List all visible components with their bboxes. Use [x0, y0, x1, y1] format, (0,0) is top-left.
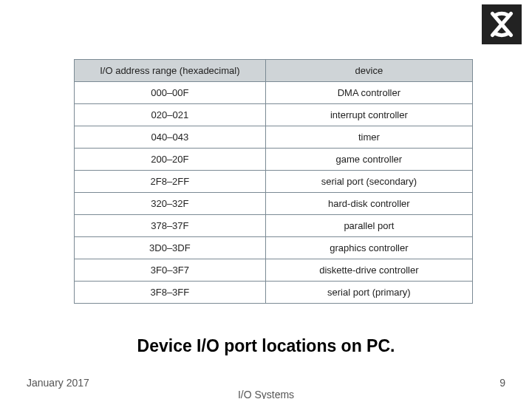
cell-device: timer: [265, 126, 472, 149]
cell-address: 020–021: [75, 104, 266, 126]
cell-device: DMA controller: [265, 82, 472, 104]
table-row: 3F0–3F7 diskette-drive controller: [75, 259, 473, 282]
table-header-row: I/O address range (hexadecimal) device: [75, 60, 473, 82]
cell-device: serial port (secondary): [265, 171, 472, 193]
footer-date: January 2017: [27, 377, 89, 389]
cell-device: parallel port: [265, 215, 472, 237]
table-row: 320–32F hard-disk controller: [75, 193, 473, 215]
table-row: 3D0–3DF graphics controller: [75, 237, 473, 259]
aleph-icon: [486, 9, 517, 40]
table-row: 000–00F DMA controller: [75, 82, 473, 104]
io-port-table: I/O address range (hexadecimal) device 0…: [74, 59, 473, 304]
col-header-device: device: [265, 60, 472, 82]
table-row: 040–043 timer: [75, 126, 473, 149]
table-row: 020–021 interrupt controller: [75, 104, 473, 126]
cell-address: 3D0–3DF: [75, 237, 266, 259]
cell-address: 200–20F: [75, 149, 266, 171]
cell-address: 3F8–3FF: [75, 282, 266, 304]
table-row: 3F8–3FF serial port (primary): [75, 282, 473, 304]
slide-caption: Device I/O port locations on PC.: [0, 336, 532, 356]
cell-address: 2F8–2FF: [75, 171, 266, 193]
table: I/O address range (hexadecimal) device 0…: [74, 59, 473, 304]
footer-page: 9: [499, 377, 505, 389]
table-row: 378–37F parallel port: [75, 215, 473, 237]
table-row: 2F8–2FF serial port (secondary): [75, 171, 473, 193]
cell-address: 320–32F: [75, 193, 266, 215]
cell-address: 040–043: [75, 126, 266, 149]
cell-device: serial port (primary): [265, 282, 472, 304]
cell-device: hard-disk controller: [265, 193, 472, 215]
cell-device: interrupt controller: [265, 104, 472, 126]
cell-address: 378–37F: [75, 215, 266, 237]
footer-center: I/O Systems: [0, 389, 532, 399]
cell-device: diskette-drive controller: [265, 259, 472, 282]
cell-device: graphics controller: [265, 237, 472, 259]
table-row: 200–20F game controller: [75, 149, 473, 171]
col-header-address: I/O address range (hexadecimal): [75, 60, 266, 82]
cell-device: game controller: [265, 149, 472, 171]
cell-address: 000–00F: [75, 82, 266, 104]
cell-address: 3F0–3F7: [75, 259, 266, 282]
university-logo: [482, 4, 522, 44]
